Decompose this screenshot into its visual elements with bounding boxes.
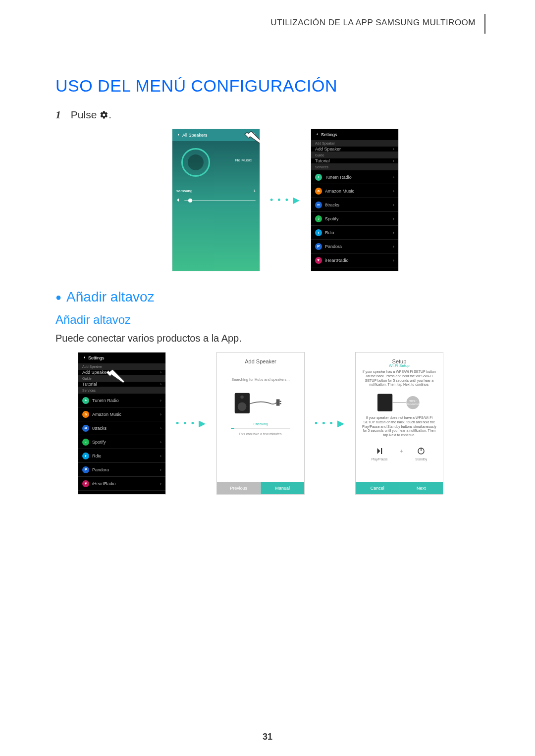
volume-icon[interactable] bbox=[176, 198, 181, 203]
volume-slider[interactable] bbox=[184, 200, 256, 201]
service-icon: r bbox=[315, 229, 322, 236]
chevron-right-icon: › bbox=[160, 426, 161, 431]
service-icon: C bbox=[315, 271, 322, 272]
service-label: Spotify bbox=[325, 216, 339, 221]
setup-instruction-1: If your speaker has a WPS/Wi-Fi SETUP bu… bbox=[356, 370, 443, 387]
screen-title: Add Speaker bbox=[217, 353, 304, 369]
service-item[interactable]: PPandora› bbox=[311, 240, 398, 253]
chevron-right-icon: › bbox=[160, 454, 161, 458]
previous-button[interactable]: Previous bbox=[217, 482, 261, 494]
manual-button[interactable]: Manual bbox=[261, 482, 305, 494]
chevron-right-icon: › bbox=[393, 158, 394, 163]
speaker-row[interactable]: samsung 1 bbox=[172, 187, 260, 195]
svg-rect-4 bbox=[276, 399, 280, 405]
list-item-label: Add Speaker bbox=[315, 147, 341, 151]
step-1: 1 Pulse . bbox=[55, 108, 485, 122]
arrow-icon: • • • ▶ bbox=[176, 418, 207, 429]
service-item[interactable]: rRdio› bbox=[78, 449, 165, 463]
svg-text:WPS /: WPS / bbox=[409, 400, 417, 403]
chevron-right-icon: › bbox=[393, 202, 394, 207]
service-item[interactable]: rRdio› bbox=[311, 226, 398, 240]
back-chevron-icon[interactable] bbox=[315, 132, 319, 137]
screenshot-settings-tap: Settings Add Speaker Add Speaker › Guide… bbox=[78, 352, 166, 495]
cancel-button[interactable]: Cancel bbox=[356, 482, 399, 494]
list-item-label: Tutorial bbox=[315, 158, 330, 163]
chevron-right-icon: › bbox=[393, 230, 394, 235]
service-item[interactable]: PPandora› bbox=[78, 463, 165, 477]
svg-point-3 bbox=[240, 396, 244, 399]
chevron-right-icon: › bbox=[393, 175, 394, 180]
speaker-name: samsung bbox=[176, 189, 192, 193]
back-chevron-icon[interactable] bbox=[176, 133, 180, 138]
header-section-title: UTILIZACIÓN DE LA APP SAMSUNG MULTIROOM bbox=[55, 14, 485, 34]
album-art-circle[interactable] bbox=[181, 148, 210, 177]
subsection-heading: Añadir altavoz bbox=[55, 313, 485, 327]
next-button[interactable]: Next bbox=[399, 482, 443, 494]
page-number: 31 bbox=[263, 732, 272, 742]
progress-bar bbox=[231, 428, 290, 429]
service-item[interactable]: CRhapsody› bbox=[311, 267, 398, 271]
screenshot-add-speaker: Add Speaker Searching for Hubs and speak… bbox=[216, 352, 305, 495]
speaker-illustration bbox=[233, 389, 288, 416]
service-item[interactable]: ∞8tracks› bbox=[311, 198, 398, 212]
step-text: Pulse bbox=[71, 109, 97, 120]
service-label: Pandora bbox=[325, 244, 342, 249]
chevron-right-icon: › bbox=[160, 481, 161, 486]
list-item-add-speaker[interactable]: Add Speaker › bbox=[311, 147, 398, 152]
setup-subtitle: Wi-Fi Setup bbox=[356, 363, 443, 368]
service-item[interactable]: aAmazon Music› bbox=[78, 407, 165, 421]
chevron-right-icon: › bbox=[160, 382, 161, 387]
svg-rect-7 bbox=[377, 394, 392, 411]
service-label: TuneIn Radio bbox=[325, 175, 352, 180]
chevron-right-icon: › bbox=[160, 398, 161, 403]
speaker-count: 1 bbox=[254, 189, 256, 193]
service-icon: C bbox=[82, 494, 89, 495]
service-icon: ♥ bbox=[315, 257, 322, 264]
service-icon: + bbox=[315, 174, 322, 181]
topbar-title: All Speakers bbox=[182, 133, 208, 138]
searching-text: Searching for Hubs and speakers... bbox=[217, 377, 304, 382]
chevron-right-icon: › bbox=[160, 467, 161, 472]
chevron-right-icon: › bbox=[393, 258, 394, 263]
settings-title: Settings bbox=[321, 132, 337, 137]
screenshot-settings: Settings Add Speaker Add Speaker › Guide… bbox=[311, 129, 399, 271]
svg-point-2 bbox=[238, 402, 247, 411]
service-item[interactable]: +TuneIn Radio› bbox=[311, 170, 398, 184]
plus-icon: + bbox=[400, 449, 403, 454]
svg-point-0 bbox=[253, 134, 254, 136]
service-item[interactable]: ♪Spotify› bbox=[311, 212, 398, 226]
svg-rect-5 bbox=[280, 401, 281, 402]
service-icon: ♪ bbox=[82, 439, 89, 446]
svg-rect-11 bbox=[381, 448, 382, 454]
checking-label: Checking bbox=[217, 422, 304, 426]
service-label: 8tracks bbox=[325, 202, 339, 207]
service-icon: a bbox=[82, 411, 89, 418]
service-item[interactable]: CRhapsody› bbox=[78, 491, 165, 495]
service-item[interactable]: ♪Spotify› bbox=[78, 435, 165, 449]
service-item[interactable]: ♥iHeartRadio› bbox=[311, 253, 398, 267]
service-label: Rdio bbox=[325, 230, 334, 235]
section-header-services: Services bbox=[311, 164, 398, 170]
chevron-right-icon: › bbox=[393, 189, 394, 194]
screenshot-setup: Setup Wi-Fi Setup If your speaker has a … bbox=[355, 352, 443, 495]
list-item-tutorial[interactable]: Tutorial › bbox=[311, 158, 398, 164]
service-item[interactable]: ♥iHeartRadio› bbox=[78, 477, 165, 491]
page-title: USO DEL MENÚ CONFIGURACIÓN bbox=[55, 76, 485, 96]
arrow-icon: • • • ▶ bbox=[270, 195, 301, 205]
gear-icon[interactable] bbox=[251, 132, 256, 138]
service-item[interactable]: ∞8tracks› bbox=[78, 421, 165, 435]
step-number: 1 bbox=[55, 108, 61, 121]
speaker-rear-illustration: WPS / Wi-Fi SETUP bbox=[370, 391, 429, 413]
no-music-label: No Music bbox=[235, 158, 252, 162]
service-item[interactable]: aAmazon Music› bbox=[311, 184, 398, 198]
back-chevron-icon[interactable] bbox=[82, 355, 86, 360]
settings-title: Settings bbox=[88, 355, 105, 360]
section-header-add: Add Speaker bbox=[311, 140, 398, 147]
chevron-right-icon: › bbox=[393, 147, 394, 151]
service-label: Rdio bbox=[92, 454, 102, 458]
service-icon: ♥ bbox=[82, 480, 89, 487]
list-item-label: Tutorial bbox=[82, 382, 97, 387]
svg-text:Wi-Fi SETUP: Wi-Fi SETUP bbox=[406, 403, 419, 405]
play-pause-icon bbox=[375, 447, 384, 455]
chevron-right-icon: › bbox=[393, 244, 394, 249]
